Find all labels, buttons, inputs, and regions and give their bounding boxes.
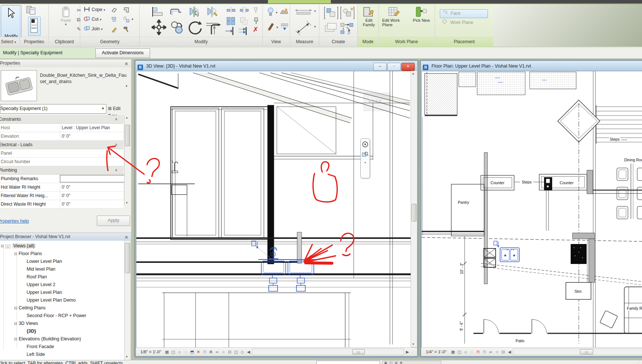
copy-icon[interactable] (170, 20, 184, 34)
3d-vertical-scrollbar[interactable]: ▲ ▼ (411, 71, 417, 347)
tree-item-ceiling-plans[interactable]: ⊟Ceiling Plans (14, 304, 45, 312)
steering-wheel-icon[interactable] (362, 141, 368, 148)
tab-manage[interactable]: Manage (218, 0, 244, 3)
chevron-down-icon[interactable]: ▾ (276, 25, 278, 29)
placement-work-plane-button[interactable]: Work Plane (440, 19, 487, 27)
tree-item-lower-level-plan[interactable]: Lower Level Plan (27, 258, 62, 265)
scrollbar-thumb[interactable] (125, 125, 130, 146)
tree-item-second-floor-rcp-power[interactable]: Second Floor - RCP + Power (27, 312, 86, 319)
property-row-circuit-number[interactable]: Circuit Number (0, 158, 123, 166)
close-icon[interactable]: ✕ (125, 60, 128, 68)
demolish-icon[interactable] (111, 16, 118, 23)
split-element-icon[interactable] (226, 7, 236, 14)
visual-style-icon[interactable]: ◫ (170, 350, 176, 354)
reveal-hidden-elements-icon[interactable]: ○ (221, 350, 226, 354)
move-icon[interactable] (152, 20, 166, 35)
measure-ruler-icon[interactable] (295, 8, 312, 15)
create-group-icon[interactable] (324, 6, 339, 20)
scroll-right-icon[interactable]: ▶ (405, 350, 410, 354)
expander-icon[interactable]: ⊟ (14, 322, 17, 326)
viewcube-back-face[interactable]: BACK (368, 99, 383, 103)
type-selector-combobox[interactable]: Specialty Equipment (1) ▼ (0, 104, 106, 114)
scroll-left-icon[interactable]: ◀ (507, 350, 512, 354)
close-icon[interactable]: ✕ (125, 234, 128, 241)
chevron-down-icon[interactable]: ▾ (132, 17, 133, 21)
panel-label-properties[interactable]: Properties (20, 37, 48, 47)
apply-button[interactable]: Apply (97, 216, 130, 226)
tree-item-upper-level-2[interactable]: Upper Level 2 (27, 281, 55, 288)
tab-view[interactable]: View (200, 0, 219, 3)
visual-style-icon[interactable]: ◫ (456, 350, 462, 354)
restore-button[interactable]: ▫ (387, 63, 401, 71)
properties-help-link[interactable]: Properties help (0, 219, 29, 224)
split-face-icon[interactable] (123, 16, 130, 23)
measure-between-refs-icon[interactable] (295, 20, 312, 35)
scroll-down-icon[interactable]: ▼ (125, 355, 128, 358)
scrollbar-thumb[interactable] (411, 204, 417, 222)
trim-extend-multiple-icon[interactable] (238, 26, 248, 36)
plumbing-remarks-input[interactable] (60, 175, 125, 182)
viewcube[interactable]: BACK (364, 93, 390, 111)
scrollbar-thumb[interactable]: ||| (580, 349, 593, 354)
tree-item-3d[interactable]: {3D} (27, 327, 36, 335)
close-window-button[interactable]: ✕ (401, 63, 415, 71)
browser-scrollbar[interactable]: ▼ (124, 241, 130, 360)
delete-icon[interactable]: ✗ (253, 25, 258, 34)
array-icon[interactable] (226, 17, 236, 25)
rotate-icon[interactable] (187, 20, 203, 35)
panel-label-work-plane[interactable]: Work Plane (379, 37, 434, 47)
detail-level-icon[interactable]: ▦ (164, 350, 170, 354)
view-visibility-icon[interactable] (267, 7, 274, 17)
create-parts-icon[interactable] (324, 22, 338, 34)
offset-icon[interactable] (169, 7, 182, 17)
beam-coping-icon[interactable] (123, 6, 130, 14)
properties-toggle-icon[interactable] (26, 6, 37, 15)
panel-label-clipboard[interactable]: Clipboard (49, 37, 80, 47)
do-not-crop-icon[interactable]: ✕ (196, 350, 201, 354)
temporary-hide-isolate-icon[interactable]: ∞ (214, 350, 220, 354)
match-properties-icon[interactable]: ✎ (77, 26, 81, 32)
crop-view-icon[interactable]: ⊓ (475, 350, 481, 354)
shadows-icon[interactable]: ◌ (469, 350, 475, 354)
3d-scale-button[interactable]: 1/8" = 1'-0" (140, 350, 161, 354)
properties-palette-button[interactable] (28, 17, 41, 36)
3d-view-canvas[interactable]: BACK ▾ (136, 71, 412, 348)
tab-modify-specialty-equipment[interactable]: Modify | Specialty Equipment (268, 0, 331, 3)
navbar-more-icon[interactable]: ▾ (364, 161, 366, 164)
pick-new-button[interactable]: Pick New (411, 6, 432, 23)
tree-item-3d-views[interactable]: ⊟3D Views (14, 320, 38, 327)
paint-icon[interactable] (111, 25, 118, 33)
panel-label-view[interactable]: View (263, 37, 289, 47)
join-button[interactable] (84, 25, 90, 31)
expander-icon[interactable]: ⊟ (14, 306, 17, 310)
tree-item-floor-plans[interactable]: ⊟Floor Plans (14, 250, 42, 257)
worksets-field[interactable] (316, 361, 380, 364)
editable-only-icon[interactable]: ▣ (384, 361, 387, 364)
3d-view-titlebar[interactable]: R 3D View: {3D} - Vishal New V1.rvt ─ ▫ … (136, 61, 417, 71)
modify-tool-button[interactable]: Modify (1, 5, 21, 41)
plan-scale-button[interactable]: 1/4" = 1'-0" (426, 350, 446, 354)
status-toolbar[interactable]: ▣◱⊞✥ (382, 361, 441, 364)
mirror-draw-icon[interactable] (205, 6, 219, 17)
create-similar-icon[interactable] (339, 22, 355, 35)
temporary-hide-isolate-icon[interactable]: ∞ (488, 350, 493, 354)
floor-plan-titlebar[interactable]: R Floor Plan: Upper Level Plan - Vishal … (421, 61, 642, 71)
activate-dimensions-button[interactable]: Activate Dimensions (95, 48, 150, 58)
properties-scrollbar[interactable]: ▲ ▼ (124, 115, 130, 205)
tab-insert[interactable]: Insert (59, 0, 79, 3)
3d-horizontal-scrollbar[interactable]: ||| (252, 348, 404, 355)
tab-structure[interactable]: Structure (32, 0, 59, 3)
thin-lines-brush-icon[interactable] (267, 22, 275, 31)
edit-type-button[interactable]: ⊞ Edit Type (108, 105, 131, 113)
tab-massing-site[interactable]: Massing & Site (131, 0, 168, 3)
tree-item-elevations[interactable]: ⊟Elevations (Building Elevation) (14, 335, 81, 343)
cut-geometry-label[interactable]: Cut ▾ (92, 17, 102, 22)
underlay-icon[interactable] (280, 23, 289, 31)
property-row-plumbing-remarks[interactable]: Plumbing Remarks (0, 175, 123, 183)
panel-label-measure[interactable]: Measure (290, 37, 319, 47)
design-options-icon[interactable]: ◱ (390, 361, 393, 364)
pin-icon[interactable] (253, 17, 259, 25)
property-row-elevation[interactable]: Elevation0' 0" (0, 132, 123, 141)
locked-3d-view-icon[interactable]: ⋒ (208, 350, 214, 354)
panel-label-mode[interactable]: Mode (358, 37, 378, 47)
